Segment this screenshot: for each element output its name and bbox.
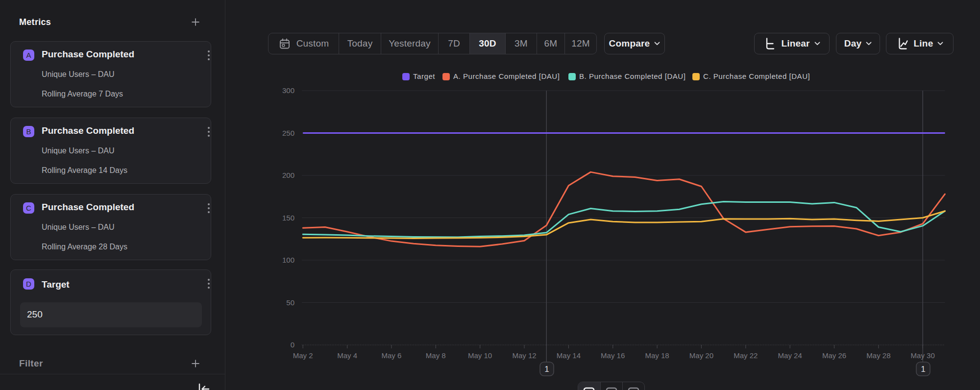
svg-text:250: 250 (282, 129, 294, 137)
svg-text:0: 0 (291, 341, 294, 349)
svg-text:May 2: May 2 (293, 351, 313, 360)
svg-text:May 22: May 22 (734, 351, 758, 360)
svg-text:1: 1 (544, 365, 549, 374)
svg-text:May 18: May 18 (645, 351, 669, 360)
svg-text:May 14: May 14 (557, 351, 581, 360)
svg-text:150: 150 (282, 214, 294, 222)
svg-text:May 12: May 12 (512, 351, 536, 360)
svg-text:May 10: May 10 (468, 351, 492, 360)
svg-text:May 4: May 4 (337, 351, 357, 360)
svg-text:May 26: May 26 (822, 351, 846, 360)
svg-text:50: 50 (286, 298, 294, 307)
svg-text:May 20: May 20 (689, 351, 713, 360)
svg-text:300: 300 (282, 86, 294, 95)
svg-text:May 30: May 30 (911, 351, 935, 360)
svg-text:May 8: May 8 (426, 351, 446, 360)
svg-text:May 28: May 28 (866, 351, 890, 360)
svg-text:100: 100 (282, 256, 294, 264)
svg-text:200: 200 (282, 171, 294, 179)
svg-text:1: 1 (921, 365, 925, 374)
svg-text:May 6: May 6 (381, 351, 401, 360)
svg-text:May 24: May 24 (778, 351, 802, 360)
svg-text:May 16: May 16 (601, 351, 625, 360)
